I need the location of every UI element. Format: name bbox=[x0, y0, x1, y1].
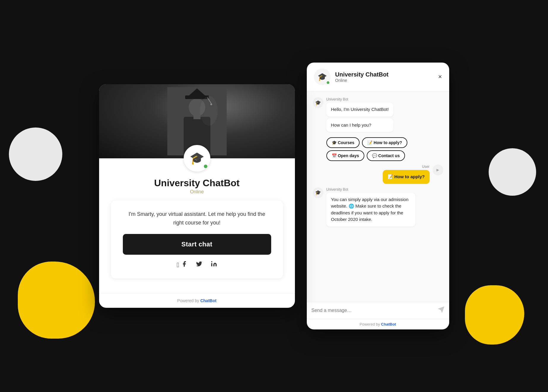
bot-avatar-msg-2: 🎓 bbox=[313, 187, 323, 198]
decorative-blob-yellow-right bbox=[465, 285, 524, 345]
bot-reply-bubble: You can simply apply via our admission w… bbox=[326, 193, 415, 227]
decorative-blob-white-left bbox=[9, 128, 62, 181]
chat-panel: 🎓 University ChatBot Online × 🎓 Universi… bbox=[307, 63, 449, 329]
start-chat-button[interactable]: Start chat bbox=[123, 234, 271, 255]
chat-bot-status: Online bbox=[335, 78, 433, 83]
decorative-blob-white-right bbox=[489, 148, 536, 196]
user-avatar-msg: ▶ bbox=[433, 165, 443, 175]
chatbot-link-right[interactable]: ChatBot bbox=[381, 322, 396, 326]
powered-by-right: Powered by ChatBot bbox=[307, 319, 449, 329]
bot-bubble-1: Hello, I'm University ChatBot! bbox=[326, 103, 394, 117]
bot-avatar-msg: 🎓 bbox=[313, 97, 323, 108]
welcome-card: I'm Smarty, your virtual assistant. Let … bbox=[111, 200, 283, 279]
chat-input-area bbox=[307, 302, 449, 319]
bot-reply-content: University Bot You can simply apply via … bbox=[326, 187, 415, 227]
panels-wrapper: 🎓 University ChatBot Online I'm Smarty, … bbox=[99, 63, 449, 329]
bot-msg-content: University Bot Hello, I'm University Cha… bbox=[326, 97, 394, 132]
chat-header: 🎓 University ChatBot Online × bbox=[307, 63, 449, 91]
svg-point-9 bbox=[211, 261, 212, 262]
bot-message-row-2: 🎓 University Bot You can simply apply vi… bbox=[313, 187, 443, 227]
bot-status: Online bbox=[190, 189, 204, 195]
send-button[interactable] bbox=[438, 306, 444, 315]
online-indicator bbox=[203, 164, 208, 169]
twitter-icon[interactable] bbox=[196, 261, 202, 269]
chat-body: 🎓 University Bot Hello, I'm University C… bbox=[307, 91, 449, 302]
close-button[interactable]: × bbox=[438, 74, 442, 80]
svg-marker-11 bbox=[438, 307, 444, 312]
chat-header-info: University ChatBot Online bbox=[335, 71, 433, 83]
social-icons:  bbox=[123, 261, 271, 269]
bot-message-row-1: 🎓 University Bot Hello, I'm University C… bbox=[313, 97, 443, 132]
chat-input[interactable] bbox=[312, 308, 434, 313]
bot-sender-label: University Bot bbox=[326, 97, 394, 101]
decorative-blob-yellow-left bbox=[18, 262, 95, 339]
quick-reply-contact-us[interactable]: 💬 Contact us bbox=[367, 150, 405, 161]
welcome-panel: 🎓 University ChatBot Online I'm Smarty, … bbox=[99, 84, 295, 308]
user-bubble: 📝 How to apply? bbox=[383, 170, 430, 184]
quick-replies: 🎓 Courses 📝 How to apply? 📅 Open days 💬 … bbox=[326, 137, 443, 161]
bot-bubble-2: How can I help you? bbox=[326, 118, 394, 132]
chat-online-indicator bbox=[326, 81, 330, 85]
linkedin-icon[interactable] bbox=[211, 261, 217, 269]
svg-point-8 bbox=[200, 96, 218, 126]
bot-reply-sender-label: University Bot bbox=[326, 187, 415, 192]
facebook-icon[interactable]:  bbox=[177, 261, 187, 269]
bot-name: University ChatBot bbox=[154, 178, 239, 189]
avatar: 🎓 bbox=[184, 145, 210, 172]
welcome-text: I'm Smarty, your virtual assistant. Let … bbox=[123, 210, 271, 227]
avatar-wrapper: 🎓 bbox=[99, 145, 295, 172]
quick-reply-open-days[interactable]: 📅 Open days bbox=[326, 150, 364, 161]
user-msg-content: User 📝 How to apply? bbox=[383, 165, 430, 184]
chat-avatar: 🎓 bbox=[314, 68, 331, 85]
left-panel-body: University ChatBot Online I'm Smarty, yo… bbox=[99, 172, 295, 288]
chat-bot-name: University ChatBot bbox=[335, 71, 433, 78]
powered-by-left: Powered by ChatBot bbox=[99, 293, 295, 308]
user-message-row: ▶ User 📝 How to apply? bbox=[313, 165, 443, 184]
chatbot-link-left[interactable]: ChatBot bbox=[200, 298, 216, 303]
user-sender-label: User bbox=[422, 165, 429, 169]
quick-reply-courses[interactable]: 🎓 Courses bbox=[326, 137, 360, 148]
quick-reply-how-to-apply[interactable]: 📝 How to apply? bbox=[362, 137, 407, 148]
